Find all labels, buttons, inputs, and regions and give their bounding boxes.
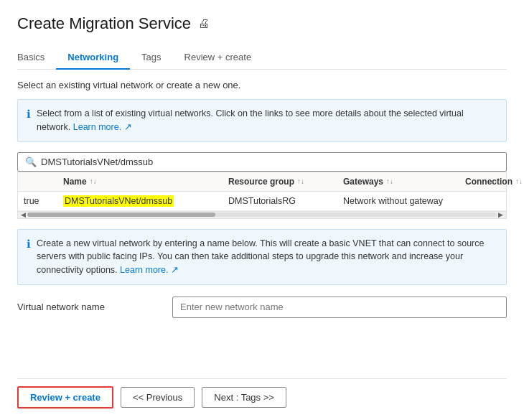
header-resource-group[interactable]: Resource group ↑↓: [228, 177, 343, 187]
vnet-table: Name ↑↓ Resource group ↑↓ Gateways ↑↓ Co…: [17, 172, 507, 219]
section-subtitle: Select an existing virtual network or cr…: [17, 80, 507, 90]
tab-bar: Basics Networking Tags Review + create: [17, 46, 507, 70]
network-name-row: Virtual network name: [17, 297, 507, 318]
info-icon-2: ℹ: [27, 238, 31, 251]
info-text-new-vnet: Create a new virtual network by entering…: [37, 237, 497, 277]
scroll-left-arrow[interactable]: ◀: [19, 211, 27, 218]
header-name[interactable]: Name ↑↓: [63, 177, 228, 187]
search-value: DMSTutorialsVNet/dmssub: [41, 157, 153, 167]
tab-review-create[interactable]: Review + create: [173, 46, 263, 70]
sort-arrows-rg[interactable]: ↑↓: [297, 177, 304, 185]
page-title: Create Migration Service: [17, 14, 191, 33]
next-button[interactable]: Next : Tags >>: [202, 387, 286, 408]
scrollbar-track[interactable]: [27, 213, 497, 217]
sort-arrows-gw[interactable]: ↑↓: [386, 177, 393, 185]
tab-networking[interactable]: Networking: [56, 46, 130, 70]
sort-arrows-name[interactable]: ↑↓: [90, 177, 97, 185]
review-create-button[interactable]: Review + create: [17, 386, 113, 409]
scrollbar-thumb[interactable]: [27, 213, 215, 217]
info-box-existing-vnet: ℹ Select from a list of existing virtual…: [17, 99, 507, 142]
cell-resource-group: DMSTutorialsRG: [228, 196, 343, 206]
cell-gateways: Network without gateway: [343, 196, 465, 206]
info-icon: ℹ: [27, 108, 31, 121]
header-gateways[interactable]: Gateways ↑↓: [343, 177, 465, 187]
previous-button[interactable]: << Previous: [121, 387, 195, 408]
table-row[interactable]: true DMSTutorialsVNet/dmssub DMSTutorial…: [18, 192, 506, 211]
cell-name: DMSTutorialsVNet/dmssub: [63, 196, 228, 206]
info-text-existing-vnet: Select from a list of existing virtual n…: [37, 107, 497, 134]
cell-selected: true: [24, 196, 63, 206]
header-selected: [24, 177, 63, 187]
sort-arrows-conn[interactable]: ↑↓: [515, 177, 523, 185]
learn-more-link-1[interactable]: Learn more. ↗: [73, 122, 132, 132]
footer: Review + create << Previous Next : Tags …: [17, 378, 507, 409]
table-header-row: Name ↑↓ Resource group ↑↓ Gateways ↑↓ Co…: [18, 172, 506, 192]
scroll-right-arrow[interactable]: ▶: [497, 211, 505, 218]
learn-more-link-2[interactable]: Learn more. ↗: [120, 265, 179, 275]
search-icon: 🔍: [25, 157, 37, 167]
header-connection[interactable]: Connection ↑↓: [465, 177, 524, 187]
tab-tags[interactable]: Tags: [130, 46, 172, 70]
network-name-label: Virtual network name: [17, 302, 161, 312]
print-icon[interactable]: 🖨: [198, 17, 210, 30]
info-box-new-vnet: ℹ Create a new virtual network by enteri…: [17, 229, 507, 285]
network-name-input[interactable]: [172, 297, 507, 318]
vnet-search-box[interactable]: 🔍 DMSTutorialsVNet/dmssub: [17, 152, 507, 172]
horizontal-scrollbar[interactable]: ◀ ▶: [18, 211, 506, 218]
tab-basics[interactable]: Basics: [17, 46, 56, 70]
